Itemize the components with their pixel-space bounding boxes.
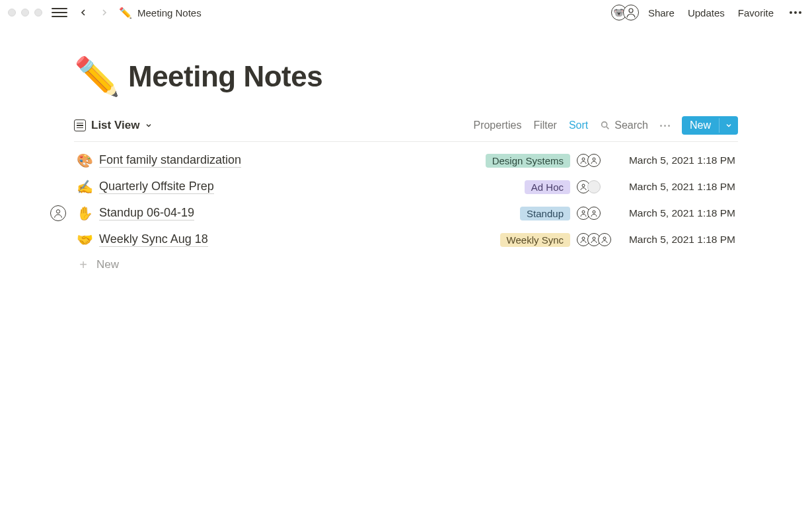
page-emoji[interactable]: ✏️	[74, 58, 120, 95]
svg-point-0	[629, 9, 633, 13]
page-header: ✏️ Meeting Notes	[74, 58, 738, 95]
search-button[interactable]: Search	[600, 119, 648, 131]
database-rows: 🎨Font family standardizationDesign Syste…	[74, 147, 738, 253]
share-button[interactable]: Share	[648, 7, 675, 18]
properties-button[interactable]: Properties	[473, 119, 521, 131]
new-button-dropdown[interactable]	[719, 118, 738, 133]
view-label: List View	[91, 119, 139, 132]
nav-arrows	[75, 5, 112, 20]
updates-button[interactable]: Updates	[688, 7, 725, 18]
maximize-window-icon[interactable]	[34, 9, 42, 17]
filter-button[interactable]: Filter	[533, 119, 557, 131]
new-button[interactable]: New	[682, 116, 738, 135]
view-more-icon[interactable]	[660, 125, 670, 127]
topbar-actions: Share Updates Favorite	[648, 7, 804, 18]
avatar	[587, 154, 601, 167]
minimize-window-icon[interactable]	[21, 9, 29, 17]
page-title[interactable]: Meeting Notes	[128, 60, 322, 93]
svg-point-8	[582, 237, 585, 240]
chevron-down-icon	[725, 121, 733, 129]
database-controls: Properties Filter Sort Search New	[473, 116, 738, 135]
row-emoji: ✋	[77, 205, 92, 221]
row-tag: Weekly Sync	[500, 233, 570, 247]
view-controls-bar: List View Properties Filter Sort Search …	[74, 116, 738, 142]
row-date: March 5, 2021 1:18 PM	[623, 207, 735, 219]
collaborator-avatars[interactable]: 🐨	[611, 5, 639, 20]
sidebar-toggle-icon[interactable]	[52, 5, 67, 20]
window-controls	[8, 9, 42, 17]
svg-point-1	[602, 122, 607, 127]
row-author-avatar	[50, 205, 66, 221]
forward-button[interactable]	[96, 5, 112, 20]
avatar	[587, 207, 601, 220]
table-row[interactable]: 🎨Font family standardizationDesign Syste…	[74, 147, 738, 174]
svg-point-2	[582, 158, 585, 160]
table-row[interactable]: ✍️Quarterly Offsite PrepAd HocMarch 5, 2…	[74, 174, 738, 200]
svg-point-3	[593, 158, 595, 160]
page-content: ✏️ Meeting Notes List View Properties Fi…	[0, 25, 812, 277]
svg-point-6	[582, 211, 585, 213]
more-menu-icon[interactable]	[787, 9, 804, 17]
table-row[interactable]: ✋Standup 06-04-19StandupMarch 5, 2021 1:…	[74, 200, 738, 226]
favorite-button[interactable]: Favorite	[738, 7, 774, 18]
svg-point-9	[593, 237, 595, 240]
search-icon	[600, 120, 610, 131]
titlebar: ✏️ Meeting Notes 🐨 Share Updates Favorit…	[0, 0, 812, 25]
avatar	[623, 5, 639, 20]
breadcrumb[interactable]: ✏️ Meeting Notes	[119, 7, 202, 19]
row-assignees	[577, 154, 616, 167]
avatar	[587, 180, 601, 193]
row-assignees	[577, 180, 616, 193]
new-row-label: New	[96, 258, 119, 271]
search-label: Search	[614, 119, 648, 131]
row-emoji: ✍️	[77, 179, 92, 195]
svg-point-5	[56, 210, 59, 213]
list-view-icon	[74, 119, 86, 131]
row-tag: Ad Hoc	[525, 180, 570, 194]
back-button[interactable]	[75, 5, 91, 20]
chevron-down-icon	[145, 121, 153, 129]
row-title: Quarterly Offsite Prep	[99, 180, 214, 194]
row-assignees	[577, 233, 616, 246]
plus-icon: +	[77, 258, 90, 271]
row-tag: Design Systems	[486, 154, 570, 168]
close-window-icon[interactable]	[8, 9, 16, 17]
row-date: March 5, 2021 1:18 PM	[623, 154, 735, 166]
breadcrumb-title: Meeting Notes	[137, 7, 202, 18]
row-title: Font family standardization	[99, 153, 241, 168]
row-tag: Standup	[520, 207, 570, 220]
row-title: Weekly Sync Aug 18	[99, 232, 208, 247]
row-assignees	[577, 207, 616, 220]
add-new-row[interactable]: + New	[74, 253, 738, 277]
svg-point-7	[593, 211, 595, 213]
row-title: Standup 06-04-19	[99, 206, 194, 220]
avatar	[598, 233, 611, 246]
row-date: March 5, 2021 1:18 PM	[623, 234, 735, 246]
new-button-label: New	[682, 116, 719, 135]
row-date: March 5, 2021 1:18 PM	[623, 181, 735, 193]
table-row[interactable]: 🤝Weekly Sync Aug 18Weekly SyncMarch 5, 2…	[74, 226, 738, 253]
svg-point-10	[603, 237, 606, 240]
row-emoji: 🎨	[77, 152, 92, 168]
view-selector[interactable]: List View	[74, 119, 153, 132]
row-emoji: 🤝	[77, 232, 92, 248]
svg-point-4	[582, 184, 585, 187]
sort-button[interactable]: Sort	[569, 119, 588, 131]
breadcrumb-emoji: ✏️	[119, 7, 132, 19]
